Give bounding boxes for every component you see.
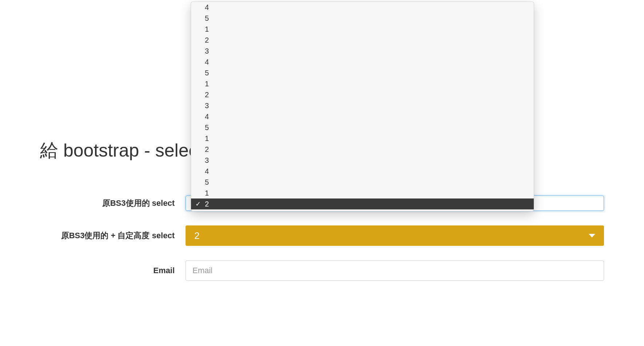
dropdown-option[interactable]: 4 (191, 3, 534, 13)
dropdown-option[interactable]: 3 (191, 46, 534, 56)
dropdown-option[interactable]: 4 (191, 111, 534, 122)
form-row-custom-select: 原BS3使用的 + 自定高度 select 2 (40, 225, 604, 246)
label-native-select: 原BS3使用的 select (40, 198, 186, 209)
dropdown-option[interactable]: 4 (191, 166, 534, 177)
dropdown-option[interactable]: 1 (191, 133, 534, 144)
dropdown-option[interactable]: 1 (191, 24, 534, 35)
form-row-email: Email (40, 260, 604, 281)
label-email: Email (40, 266, 186, 275)
dropdown-option[interactable]: 3 (191, 155, 534, 166)
custom-select-value: 2 (194, 230, 199, 241)
dropdown-option[interactable]: 2 (191, 35, 534, 46)
dropdown-option[interactable]: 5 (191, 13, 534, 24)
email-field[interactable] (186, 260, 604, 281)
dropdown-option[interactable]: 2 (191, 144, 534, 155)
caret-down-icon (589, 234, 595, 237)
dropdown-option[interactable]: 4 (191, 56, 534, 67)
dropdown-option[interactable]: 1 (191, 78, 534, 89)
select-dropdown-popup: 34512345123451234512 (191, 1, 534, 211)
dropdown-option[interactable]: 2 (191, 89, 534, 100)
dropdown-option[interactable]: 5 (191, 177, 534, 188)
custom-height-select[interactable]: 2 (186, 225, 604, 246)
dropdown-option[interactable]: 5 (191, 67, 534, 78)
dropdown-option[interactable]: 1 (191, 188, 534, 198)
label-custom-select: 原BS3使用的 + 自定高度 select (40, 230, 186, 241)
dropdown-option[interactable]: 3 (191, 100, 534, 111)
dropdown-option[interactable]: 2 (191, 198, 534, 209)
select-dropdown-list[interactable]: 34512345123451234512 (191, 3, 534, 209)
dropdown-option[interactable]: 5 (191, 122, 534, 133)
